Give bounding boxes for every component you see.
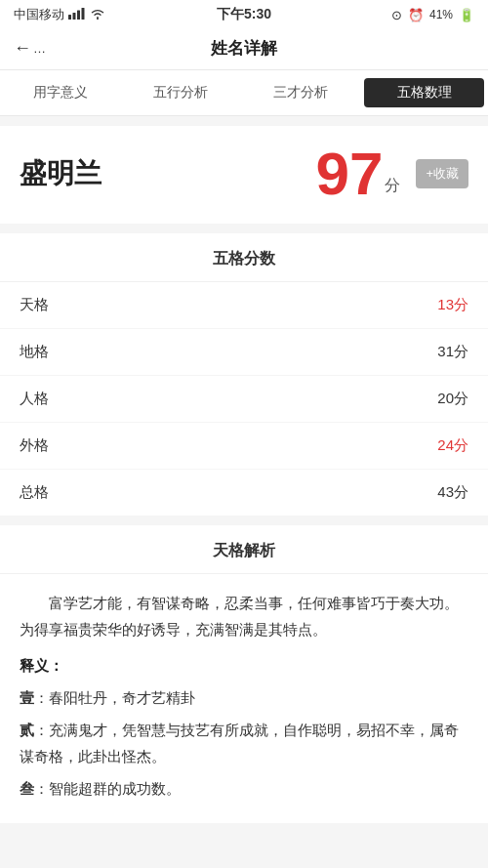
analysis-item-er: 贰：充满鬼才，凭智慧与技艺有所成就，自作聪明，易招不幸，属奇谋奇格，此卦出怪杰。 (20, 717, 468, 769)
item-er-prefix: 贰 (20, 722, 34, 738)
analysis-item-san: 叁：智能超群的成功数。 (20, 775, 468, 802)
carrier-label: 中国移动 (14, 6, 64, 23)
dige-value: 31分 (437, 343, 468, 361)
item-san-text: ：智能超群的成功数。 (34, 780, 181, 797)
status-bar: 中国移动 下午5:30 ⊙ ⏰ 41% 🔋 (0, 0, 488, 27)
five-grid-title: 五格分数 (0, 233, 488, 282)
score-row-renge: 人格 20分 (0, 376, 488, 423)
item-yi-prefix: 壹 (20, 689, 34, 706)
analysis-section: 天格解析 富学艺才能，有智谋奇略，忍柔当事，任何难事皆巧于奏大功。为得享福贵荣华… (0, 525, 488, 823)
score-row-dige: 地格 31分 (0, 329, 488, 376)
tiange-value: 13分 (437, 296, 468, 314)
waige-value: 24分 (437, 436, 468, 455)
svg-rect-3 (82, 8, 85, 20)
battery-icon: 🔋 (459, 8, 474, 22)
back-arrow-icon: ← (14, 38, 31, 59)
tab-wuge[interactable]: 五格数理 (364, 78, 484, 107)
renge-value: 20分 (437, 390, 468, 408)
score-unit: 分 (385, 176, 400, 196)
score-row-waige: 外格 24分 (0, 423, 488, 470)
svg-rect-1 (73, 13, 76, 20)
tab-yongzi[interactable]: 用字意义 (0, 78, 120, 107)
status-right: ⊙ ⏰ 41% 🔋 (391, 8, 474, 22)
status-left: 中国移动 (14, 6, 106, 23)
analysis-title: 天格解析 (0, 525, 488, 574)
signal-icon (68, 8, 85, 22)
score-section: 盛明兰 97 分 +收藏 (0, 126, 488, 224)
wifi-icon (89, 8, 106, 22)
tab-sancai[interactable]: 三才分析 (240, 78, 360, 107)
item-er-text: ：充满鬼才，凭智慧与技艺有所成就，自作聪明，易招不幸，属奇谋奇格，此卦出怪杰。 (20, 722, 459, 765)
analysis-term: 释义： (20, 652, 468, 679)
score-number: 97 (315, 144, 383, 204)
svg-rect-2 (77, 10, 80, 20)
zonge-value: 43分 (437, 483, 468, 502)
term-label: 释义： (20, 657, 63, 674)
page-title: 姓名详解 (211, 37, 277, 60)
waige-label: 外格 (20, 436, 49, 455)
collect-button[interactable]: +收藏 (416, 159, 468, 188)
analysis-item-yi: 壹：春阳牡丹，奇才艺精卦 (20, 684, 468, 711)
tiange-label: 天格 (20, 296, 49, 314)
alarm-icon: ⏰ (408, 8, 424, 22)
status-time: 下午5:30 (217, 6, 271, 23)
nav-bar: ← … 姓名详解 (0, 27, 488, 70)
zonge-label: 总格 (20, 483, 49, 502)
back-button[interactable]: ← … (14, 38, 46, 59)
tab-wuxing[interactable]: 五行分析 (120, 78, 240, 107)
item-yi-text: ：春阳牡丹，奇才艺精卦 (34, 689, 195, 706)
analysis-paragraph1: 富学艺才能，有智谋奇略，忍柔当事，任何难事皆巧于奏大功。为得享福贵荣华的好诱导，… (20, 590, 468, 642)
renge-label: 人格 (20, 390, 49, 408)
back-label: … (33, 41, 46, 56)
tab-bar: 用字意义 五行分析 三才分析 五格数理 (0, 70, 488, 116)
person-name: 盛明兰 (20, 155, 315, 192)
svg-rect-0 (68, 15, 71, 20)
five-grid-section: 五格分数 天格 13分 地格 31分 人格 20分 外格 24分 总格 43分 (0, 233, 488, 516)
score-row-tiange: 天格 13分 (0, 282, 488, 329)
lock-icon: ⊙ (391, 8, 402, 22)
score-row-zonge: 总格 43分 (0, 470, 488, 516)
item-san-prefix: 叁 (20, 780, 34, 797)
battery-label: 41% (429, 8, 453, 21)
dige-label: 地格 (20, 343, 49, 361)
analysis-content: 富学艺才能，有智谋奇略，忍柔当事，任何难事皆巧于奏大功。为得享福贵荣华的好诱导，… (0, 574, 488, 823)
